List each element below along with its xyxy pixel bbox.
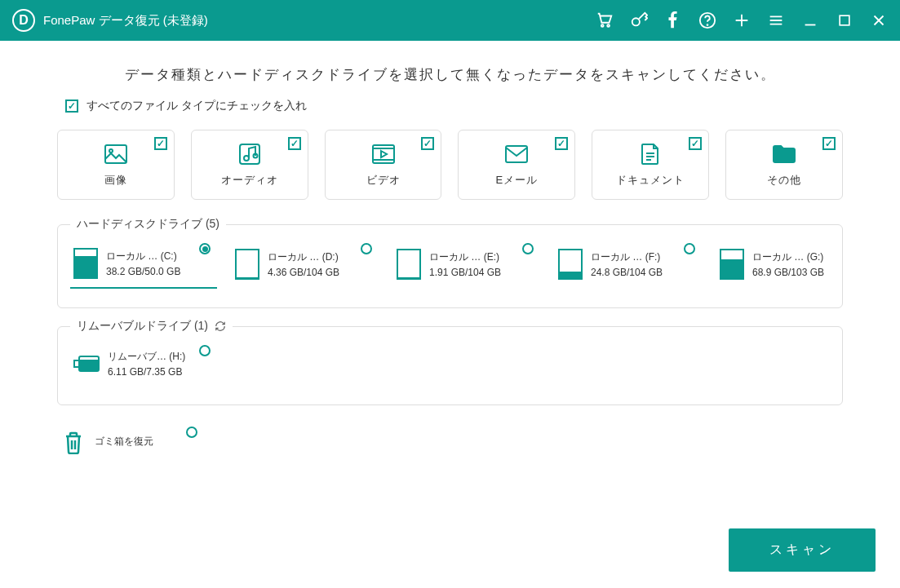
drive-name: ローカル … (D:) bbox=[268, 250, 339, 264]
menu-icon[interactable] bbox=[767, 11, 785, 29]
drive-radio[interactable] bbox=[199, 243, 211, 254]
category-label: Eメール bbox=[496, 173, 539, 188]
drive-name: リムーバブ… (H:) bbox=[108, 350, 185, 364]
category-row: 画像 オーディオ ビデオ Eメール ドキュメント その他 bbox=[57, 130, 843, 200]
key-icon[interactable] bbox=[630, 11, 648, 29]
hdd-section: ハードディスクドライブ (5) ローカル … (C:)38.2 GB/50.0 … bbox=[57, 224, 843, 308]
check-all-label: すべてのファイル タイプにチェックを入れ bbox=[86, 99, 307, 113]
video-icon bbox=[371, 142, 396, 166]
folder-icon bbox=[772, 142, 796, 166]
category-checkbox[interactable] bbox=[822, 137, 836, 150]
category-label: 画像 bbox=[104, 173, 127, 188]
drive-size: 68.9 GB/103 GB bbox=[752, 267, 824, 278]
hdd-drive-icon bbox=[397, 249, 421, 280]
maximize-icon[interactable] bbox=[836, 11, 853, 29]
usb-drive-icon bbox=[73, 352, 100, 375]
category-label: ビデオ bbox=[366, 173, 401, 188]
recycle-label: ゴミ箱を復元 bbox=[95, 435, 153, 449]
category-audio[interactable]: オーディオ bbox=[191, 130, 308, 200]
removable-section-title: リムーバブルドライブ (1) bbox=[77, 319, 208, 334]
drive-size: 6.11 GB/7.35 GB bbox=[108, 366, 185, 378]
facebook-icon[interactable] bbox=[664, 11, 682, 29]
drive-name: ローカル … (F:) bbox=[591, 250, 663, 264]
drive-size: 1.91 GB/104 GB bbox=[429, 267, 501, 278]
drive-radio[interactable] bbox=[522, 243, 534, 254]
svg-point-0 bbox=[601, 24, 604, 27]
category-label: その他 bbox=[767, 173, 801, 188]
category-video[interactable]: ビデオ bbox=[325, 130, 442, 200]
email-icon bbox=[504, 142, 529, 166]
hdd-drive-icon bbox=[720, 249, 744, 280]
svg-rect-5 bbox=[840, 15, 849, 25]
app-title: FonePaw データ復元 (未登録) bbox=[43, 13, 208, 29]
category-checkbox[interactable] bbox=[689, 137, 702, 150]
drive-radio[interactable] bbox=[684, 243, 695, 254]
help-icon[interactable] bbox=[698, 11, 716, 29]
titlebar: D FonePaw データ復元 (未登録) bbox=[0, 0, 900, 41]
drive-size: 38.2 GB/50.0 GB bbox=[106, 266, 180, 277]
hdd-drive-item[interactable]: ローカル … (G:)68.9 GB/103 GB bbox=[716, 240, 830, 289]
category-label: ドキュメント bbox=[616, 173, 685, 188]
instruction-text: データ種類とハードディスクドライブを選択して無くなったデータをスキャンしてくださ… bbox=[57, 65, 843, 84]
category-label: オーディオ bbox=[221, 173, 278, 188]
svg-rect-6 bbox=[105, 145, 126, 163]
app-logo-icon: D bbox=[12, 9, 35, 32]
cart-icon[interactable] bbox=[596, 11, 614, 29]
minimize-icon[interactable] bbox=[801, 11, 819, 29]
drive-size: 24.8 GB/104 GB bbox=[591, 267, 663, 278]
category-checkbox[interactable] bbox=[555, 137, 568, 150]
recycle-bin-item[interactable]: ゴミ箱を復元 bbox=[57, 423, 204, 462]
refresh-icon[interactable] bbox=[215, 321, 226, 332]
category-other[interactable]: その他 bbox=[725, 130, 843, 200]
drive-radio[interactable] bbox=[199, 345, 211, 356]
hdd-drive-item[interactable]: ローカル … (C:)38.2 GB/50.0 GB bbox=[70, 240, 217, 289]
svg-rect-12 bbox=[506, 146, 527, 162]
trash-icon bbox=[64, 431, 83, 454]
hdd-drive-item[interactable]: ローカル … (D:)4.36 GB/104 GB bbox=[232, 240, 379, 289]
svg-point-2 bbox=[632, 18, 640, 25]
removable-section: リムーバブルドライブ (1) リムーバブ… (H:)6.11 GB/7.35 G… bbox=[57, 326, 843, 405]
close-icon[interactable] bbox=[870, 11, 888, 29]
hdd-section-title: ハードディスクドライブ (5) bbox=[70, 217, 226, 232]
scan-button[interactable]: スキャン bbox=[729, 528, 876, 572]
removable-drive-item[interactable]: リムーバブ… (H:)6.11 GB/7.35 GB bbox=[70, 342, 217, 386]
category-checkbox[interactable] bbox=[154, 137, 167, 150]
category-document[interactable]: ドキュメント bbox=[592, 130, 709, 200]
category-checkbox[interactable] bbox=[421, 137, 434, 150]
document-icon bbox=[638, 142, 663, 166]
hdd-drive-icon bbox=[235, 249, 259, 280]
drive-name: ローカル … (C:) bbox=[106, 250, 180, 263]
svg-point-7 bbox=[109, 149, 113, 153]
category-image[interactable]: 画像 bbox=[57, 130, 175, 200]
check-all-checkbox[interactable] bbox=[65, 99, 78, 113]
drive-name: ローカル … (G:) bbox=[752, 250, 824, 264]
audio-icon bbox=[237, 142, 262, 166]
category-email[interactable]: Eメール bbox=[458, 130, 575, 200]
recycle-radio[interactable] bbox=[186, 427, 197, 438]
svg-point-1 bbox=[607, 24, 610, 27]
hdd-drive-item[interactable]: ローカル … (F:)24.8 GB/104 GB bbox=[555, 240, 702, 289]
drive-size: 4.36 GB/104 GB bbox=[268, 267, 339, 278]
hdd-drive-icon bbox=[73, 248, 98, 279]
drive-radio[interactable] bbox=[361, 243, 372, 254]
hdd-drive-icon bbox=[558, 249, 583, 280]
plus-icon[interactable] bbox=[733, 11, 751, 29]
hdd-drive-item[interactable]: ローカル … (E:)1.91 GB/104 GB bbox=[393, 240, 540, 289]
category-checkbox[interactable] bbox=[288, 137, 301, 150]
svg-point-4 bbox=[707, 24, 708, 25]
image-icon bbox=[104, 142, 128, 166]
drive-name: ローカル … (E:) bbox=[429, 250, 501, 264]
